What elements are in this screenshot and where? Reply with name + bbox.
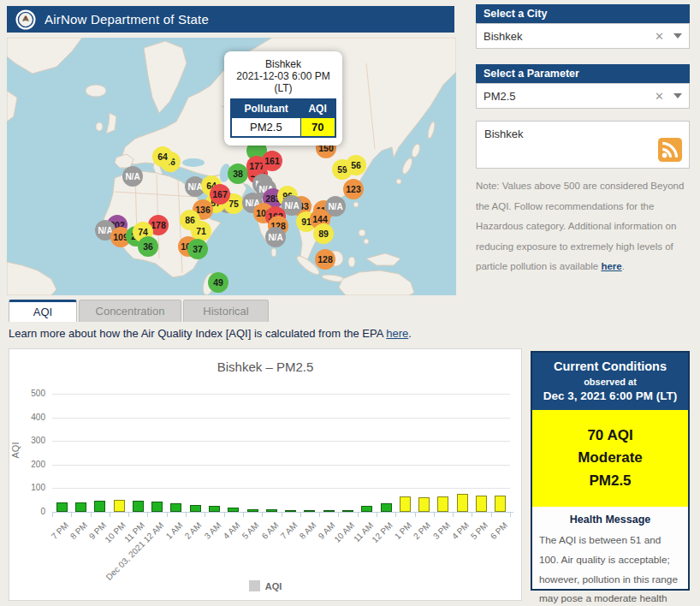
chart-x-tick-label: 8 PM	[68, 520, 89, 541]
parameter-select-value: PM2.5	[483, 90, 647, 103]
current-conditions-header: Current Conditions observed at Dec 3, 20…	[532, 353, 688, 410]
aqi-bar[interactable]	[190, 505, 201, 512]
aqi-map-marker[interactable]: 36	[138, 236, 158, 257]
chart-x-tick-mark	[377, 513, 377, 517]
aqi-bar[interactable]	[323, 510, 335, 512]
aqi-map-marker[interactable]: 37	[187, 239, 208, 259]
aqi-bar[interactable]	[75, 502, 86, 512]
aqi-bar[interactable]	[266, 509, 277, 512]
aqi-bar[interactable]	[56, 502, 68, 512]
chart-x-tick-mark	[491, 513, 492, 517]
city-select-value: Bishkek	[483, 30, 647, 43]
chart-x-tick-mark	[243, 513, 244, 517]
chart-x-tick-mark	[434, 513, 435, 517]
aqi-bar[interactable]	[114, 500, 125, 512]
chart-x-tick-mark	[262, 513, 263, 517]
note-prefix: Note: Values above 500 are considered Be…	[476, 181, 684, 271]
aqi-bar[interactable]	[170, 503, 181, 512]
tooltip-datetime: 2021-12-03 6:00 PM	[230, 70, 336, 82]
chart-x-tick-mark	[147, 513, 148, 517]
current-conditions-panel: Current Conditions observed at Dec 3, 20…	[531, 351, 690, 591]
aqi-bar[interactable]	[209, 506, 220, 512]
aqi-map-marker[interactable]: 49	[208, 272, 228, 293]
aqi-bar[interactable]	[361, 506, 372, 512]
chart-x-tick-label: 2 PM	[412, 520, 432, 541]
chart-x-tick-mark	[71, 513, 72, 517]
aqi-bar[interactable]	[228, 508, 239, 512]
chevron-down-icon[interactable]	[673, 93, 682, 98]
clear-parameter-icon[interactable]: ✕	[647, 90, 672, 103]
aqi-bar[interactable]	[304, 510, 315, 512]
aqi-bar[interactable]	[457, 494, 468, 512]
learn-more-prefix: Learn more about how the Air Quality Ind…	[9, 327, 386, 340]
chart-x-tick-label: 10 PM	[104, 520, 128, 544]
current-aqi-pollutant: PM2.5	[537, 470, 683, 492]
current-conditions-title: Current Conditions	[536, 359, 685, 373]
observed-at-label: observed at	[536, 377, 685, 387]
aqi-map-marker[interactable]: 128	[315, 249, 335, 270]
chart-x-tick-label: 4 PM	[450, 520, 471, 541]
chart-x-tick-mark	[415, 513, 416, 517]
aqi-map-marker[interactable]: 123	[343, 179, 364, 199]
aqi-bar[interactable]	[151, 502, 163, 512]
aqi-bar[interactable]	[495, 496, 506, 512]
chart-x-tick-label: 7 PM	[50, 520, 70, 541]
chart-y-tick-label: 300	[16, 436, 45, 445]
chart-x-tick-mark	[110, 513, 110, 517]
chart-y-tick-label: 200	[16, 460, 45, 469]
aqi-bar[interactable]	[400, 496, 411, 512]
aqi-bar[interactable]	[381, 503, 392, 512]
tab-aqi[interactable]: AQI	[9, 300, 77, 322]
aqi-map-marker[interactable]: N/A	[122, 166, 143, 187]
chart-x-axis-line	[52, 512, 513, 513]
chart-x-tick-label: 5 PM	[469, 520, 489, 541]
aqi-bar-chart-card: Bishkek – PM2.5 AQI 01002003004005007 PM…	[9, 348, 522, 601]
health-message-text: The AQI is between 51 and 100. Air quali…	[539, 531, 681, 606]
chart-y-tick-label: 100	[16, 483, 45, 492]
aqi-map-marker[interactable]: 89	[313, 223, 334, 244]
chart-x-tick-label: 1 AM	[164, 520, 185, 541]
chart-y-tick-label: 0	[16, 507, 45, 516]
aqi-bar[interactable]	[437, 496, 448, 512]
department-of-state-seal-icon	[15, 9, 36, 30]
chart-x-tick-label: 5 AM	[240, 520, 261, 541]
world-aqi-map[interactable]: 5664N/AN/A6438N/A75571671368671202N/A178…	[7, 38, 456, 295]
app-title: AirNow Department of State	[44, 12, 209, 27]
aqi-map-marker[interactable]: 64	[152, 146, 173, 167]
aqi-map-marker[interactable]: 38	[228, 163, 248, 184]
aqi-bar[interactable]	[133, 501, 144, 512]
clear-city-icon[interactable]: ✕	[647, 30, 672, 43]
tooltip-table: Pollutant AQI PM2.5 70	[230, 98, 336, 138]
aqi-bar[interactable]	[342, 510, 353, 512]
aqi-map-marker[interactable]: N/A	[265, 227, 286, 247]
chart-x-tick-label: 3 AM	[202, 520, 222, 541]
aqi-bar[interactable]	[285, 510, 296, 512]
rss-city-label: Bishkek	[484, 128, 681, 140]
learn-more-text: Learn more about how the Air Quality Ind…	[9, 327, 522, 340]
chart-x-tick-mark	[300, 513, 301, 517]
city-select-header: Select a City	[476, 4, 690, 23]
map-tooltip: Bishkek 2021-12-03 6:00 PM (LT) Pollutan…	[224, 51, 342, 146]
aqi-map-marker[interactable]: 161	[262, 151, 282, 171]
rss-icon[interactable]	[658, 138, 682, 162]
chart-y-tick-label: 500	[16, 389, 45, 398]
chart-legend[interactable]: AQI	[9, 580, 521, 591]
chevron-down-icon[interactable]	[673, 33, 682, 39]
aqi-map-marker[interactable]: 56	[346, 155, 366, 175]
tab-historical[interactable]: Historical	[183, 300, 269, 322]
note-here-link[interactable]: here	[601, 261, 621, 271]
current-aqi-value: 70 AQI	[537, 425, 683, 447]
tab-concentration[interactable]: Concentration	[79, 300, 181, 322]
aqi-bar[interactable]	[94, 501, 105, 512]
chart-y-tick-label: 400	[16, 413, 45, 422]
chart-gridline	[52, 488, 510, 489]
learn-more-here-link[interactable]: here	[386, 327, 408, 340]
parameter-select-dropdown[interactable]: PM2.5 ✕	[476, 83, 690, 109]
city-select-dropdown[interactable]: Bishkek ✕	[476, 23, 690, 49]
chart-x-tick-mark	[338, 513, 339, 517]
aqi-map-marker[interactable]: 167	[210, 184, 230, 205]
aqi-bar[interactable]	[247, 509, 258, 512]
aqi-bar[interactable]	[476, 496, 487, 512]
aqi-bar[interactable]	[418, 497, 430, 512]
chart-x-tick-mark	[453, 513, 454, 517]
